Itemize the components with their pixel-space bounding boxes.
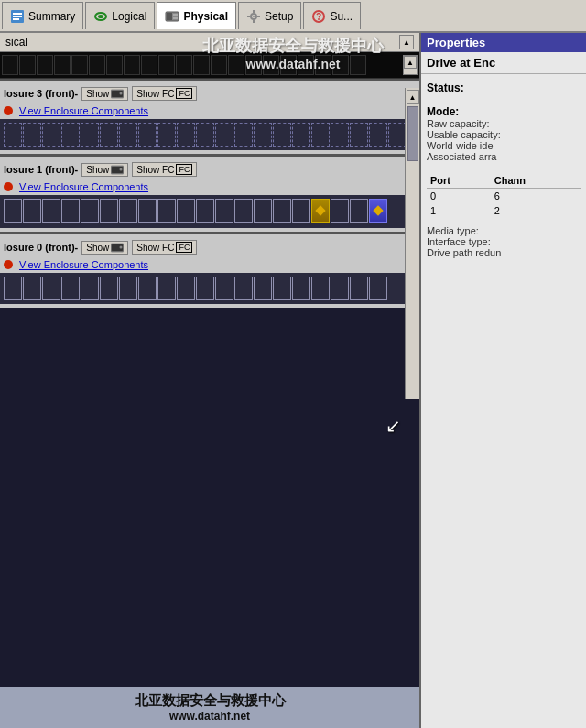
scrollbar-up-btn[interactable]: ▲ [407,90,419,104]
tab-setup[interactable]: Setup [238,2,301,29]
drive-enc1-r1-7 [138,199,157,223]
show-fc-btn-enc0-label: Show FC [136,243,174,253]
show-btn-enc3[interactable]: Show [81,87,128,101]
view-link-icon-enc1 [4,182,13,191]
drive-unit-top-16 [280,55,297,75]
drive-unit-top-17 [298,55,314,75]
drive-unit-top-8 [141,55,157,75]
fc-label-enc0: FC [176,242,192,253]
drive-enc1-r1-8 [157,199,176,223]
drive-enc3-r1-10 [196,123,214,147]
port-0-value: 0 [427,189,491,204]
drive-enc0-r1-16 [311,277,330,300]
enclosure-1-label: losure 1 (front)- [4,164,78,175]
drives-enc1 [0,195,419,228]
drive-enc3-r1-15 [292,123,310,147]
drive-row-enc0-1 [4,277,416,300]
drive-enc1-r1-warn-0 [311,199,330,223]
drive-unit-top-1 [19,55,36,75]
drive-enc0-r1-10 [196,277,214,300]
drive-enc3-r1-9 [177,123,195,147]
drive-enc0-r1-8 [157,277,176,300]
scroll-top-btn[interactable]: ▲ [404,56,417,69]
view-link-enc3[interactable]: View Enclosure Components [16,104,152,117]
associated-array-label: Associated arra [427,151,581,162]
channel-header: Chann [491,173,581,189]
svg-point-11 [253,16,255,17]
interface-type-label: Interface type: [427,236,581,247]
svg-rect-8 [173,14,178,16]
mode-label: Mode: [427,105,581,118]
drive-enc-title: Drive at Enc [421,52,586,74]
drive-enc1-r1-15 [292,199,310,223]
hdd-icon-enc1 [111,165,124,175]
worldwide-id-label: World-wide ide [427,140,581,151]
show-btn-enc0-label: Show [86,243,109,253]
panel-titlebar: sical ▲ [0,33,419,52]
drive-enc3-r1-12 [234,123,253,147]
enclosure-1-header: losure 1 (front)- Show Show FC FC [0,160,419,179]
tab-logical[interactable]: Logical [85,2,155,29]
drives-enc0 [0,273,419,304]
drive-row-enc3-1 [4,123,416,147]
drive-enc3-r1-1 [23,123,41,147]
tab-support-label: Su... [330,10,353,23]
port-1-value: 1 [427,203,491,218]
drive-enc3-r1-8 [157,123,176,147]
prop-media-section: Media type: Interface type: Drive path r… [421,222,586,262]
drive-enc0-r1-1 [23,277,41,300]
left-panel: sical ▲ // generate black drive units [0,33,421,728]
drive-enc0-r1-17 [331,277,349,300]
svg-rect-15 [257,16,260,17]
drive-enc3-r1-13 [254,123,272,147]
show-btn-enc1[interactable]: Show [81,163,128,177]
svg-point-23 [120,168,123,170]
scrollbar-top-area: ▲ [403,55,418,75]
drive-unit-top-10 [176,55,192,75]
view-link-icon-enc0 [4,260,13,269]
view-link-enc1[interactable]: View Enclosure Components [16,180,152,193]
drive-unit-top-11 [193,55,210,75]
drive-enc1-r1-14 [273,199,291,223]
show-fc-btn-enc1-label: Show FC [136,165,174,175]
top-drive-strip: // generate black drive units [0,52,419,79]
drive-enc0-r1-6 [119,277,137,300]
status-label: Status: [427,81,581,94]
enclosure-0-label: losure 0 (front)- [4,242,78,253]
scroll-up-button[interactable]: ▲ [399,35,414,49]
drive-enc1-r1-1 [23,199,41,223]
tab-physical[interactable]: Physical [157,2,236,29]
view-link-enc0[interactable]: View Enclosure Components [16,258,152,271]
prop-mode-section: Mode: Raw capacity: Usable capacity: Wor… [421,98,586,166]
drive-unit-top-19 [332,55,349,75]
drive-enc0-r1-13 [254,277,272,300]
drive-enc1-r1-2 [42,199,60,223]
tab-physical-label: Physical [183,10,228,23]
show-fc-btn-enc1[interactable]: Show FC FC [132,162,197,177]
tab-support[interactable]: Su... [303,2,361,29]
enclosure-3-label: losure 3 (front)- [4,88,78,99]
svg-point-26 [120,245,123,248]
drive-enc3-r1-6 [119,123,137,147]
svg-rect-7 [167,13,172,20]
cursor-indicator: ↙ [385,415,401,437]
bottom-watermark: 北亚数据安全与救援中心 www.datahf.net [0,687,419,728]
enclosure-3-section: losure 3 (front)- Show Show FC FC View E… [0,79,419,154]
drive-enc0-r1-7 [138,277,157,300]
drive-enc1-r1-18 [350,199,368,223]
show-btn-enc3-label: Show [86,89,109,99]
drive-enc0-r1-19 [369,277,387,300]
drive-enc3-r1-0 [4,123,22,147]
show-fc-btn-enc3[interactable]: Show FC FC [132,86,197,101]
drives-enc3 [0,119,419,150]
show-fc-btn-enc0[interactable]: Show FC FC [132,240,197,255]
fc-label-enc3: FC [176,88,192,99]
tab-summary[interactable]: Summary [2,2,83,29]
drive-enc3-r1-4 [81,123,99,147]
scrollbar-thumb[interactable] [407,106,418,161]
channel-1-value: 2 [491,203,581,218]
fc-label-enc1: FC [176,164,192,175]
show-btn-enc0[interactable]: Show [81,241,128,255]
media-type-label: Media type: [427,225,581,236]
drive-unit-top-7 [124,55,140,75]
